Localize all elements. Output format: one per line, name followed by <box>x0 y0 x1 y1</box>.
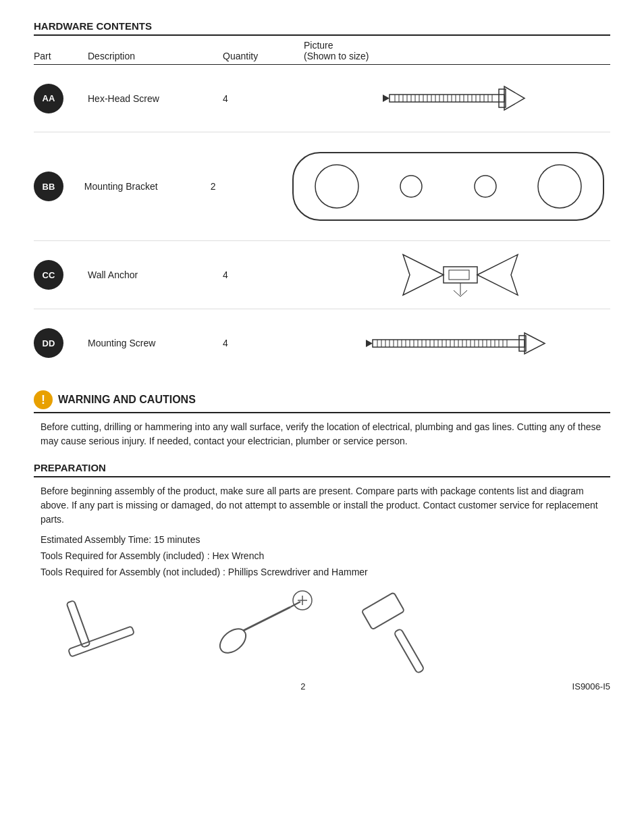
svg-rect-78 <box>66 600 90 648</box>
warning-icon: ! <box>34 390 53 409</box>
part-badge-dd: DD <box>34 328 63 358</box>
svg-point-31 <box>400 176 422 197</box>
hardware-contents-section: HARDWARE CONTENTS Part Description Quant… <box>34 20 610 377</box>
svg-rect-86 <box>394 629 424 674</box>
part-badge-aa: AA <box>34 84 63 113</box>
tools-line-1: Estimated Assembly Time: 15 minutes <box>41 532 603 548</box>
preparation-text: Before beginning assembly of the product… <box>34 484 610 527</box>
svg-rect-79 <box>68 627 134 657</box>
footer: 2 IS9006-I5 <box>34 681 610 692</box>
table-header: Part Description Quantity Picture(Shown … <box>34 36 610 65</box>
mounting-screw-svg <box>363 325 552 362</box>
svg-rect-36 <box>449 270 469 280</box>
svg-rect-87 <box>362 593 405 630</box>
svg-line-39 <box>454 290 460 296</box>
col-header-quantity: Quantity <box>223 51 304 61</box>
wall-anchor-svg <box>390 248 525 302</box>
description-aa: Hex-Head Screw <box>88 93 223 104</box>
svg-rect-42 <box>373 340 525 347</box>
description-bb: Mounting Bracket <box>84 181 211 192</box>
svg-marker-34 <box>403 255 444 295</box>
picture-cc <box>304 248 610 302</box>
page-number: 2 <box>300 681 305 692</box>
description-dd: Mounting Screw <box>88 338 223 348</box>
picture-bb <box>286 139 610 234</box>
quantity-dd: 4 <box>223 338 304 348</box>
quantity-cc: 4 <box>223 269 304 280</box>
svg-marker-37 <box>477 255 518 295</box>
tools-illustrations <box>34 580 610 675</box>
quantity-aa: 4 <box>223 93 304 104</box>
svg-point-30 <box>315 165 358 208</box>
preparation-section: PREPARATION Before beginning assembly of… <box>34 462 610 675</box>
tools-line-2: Tools Required for Assembly (included) :… <box>41 548 603 565</box>
table-row: CC Wall Anchor 4 <box>34 241 610 309</box>
quantity-bb: 2 <box>211 181 286 192</box>
picture-dd <box>304 325 610 362</box>
preparation-title: PREPARATION <box>34 462 610 477</box>
part-cell-dd: DD <box>34 328 88 358</box>
svg-marker-76 <box>525 333 545 354</box>
tools-line-3: Tools Required for Assembly (not include… <box>41 565 603 581</box>
svg-marker-26 <box>504 86 525 110</box>
warning-title-text: WARNING AND CAUTIONS <box>58 394 196 406</box>
svg-line-40 <box>460 290 467 296</box>
screwdriver-svg <box>203 594 311 668</box>
description-cc: Wall Anchor <box>88 269 223 280</box>
svg-line-81 <box>243 607 290 631</box>
part-cell-bb: BB <box>34 172 84 201</box>
col-header-picture: Picture(Shown to size) <box>304 40 610 61</box>
svg-point-33 <box>538 165 581 208</box>
table-row: DD Mounting Screw 4 <box>34 309 610 377</box>
part-badge-bb: BB <box>34 172 63 201</box>
col-header-part: Part <box>34 51 88 61</box>
table-row: BB Mounting Bracket 2 <box>34 132 610 241</box>
warning-text: Before cutting, drilling or hammering in… <box>34 420 610 448</box>
hex-wrench-svg <box>54 594 162 668</box>
mounting-bracket-svg <box>286 139 610 234</box>
hex-screw-svg <box>383 80 531 117</box>
hammer-svg <box>351 594 459 668</box>
part-cell-aa: AA <box>34 84 88 113</box>
svg-marker-28 <box>383 95 390 102</box>
part-badge-cc: CC <box>34 260 63 290</box>
svg-rect-29 <box>293 153 603 220</box>
picture-aa <box>304 80 610 117</box>
svg-marker-41 <box>366 340 373 347</box>
hardware-contents-title: HARDWARE CONTENTS <box>34 20 610 36</box>
col-header-description: Description <box>88 51 223 61</box>
warning-section: ! WARNING AND CAUTIONS Before cutting, d… <box>34 390 610 448</box>
preparation-tools: Estimated Assembly Time: 15 minutes Tool… <box>34 527 610 580</box>
doc-id: IS9006-I5 <box>572 681 610 692</box>
table-row: AA Hex-Head Screw 4 <box>34 65 610 132</box>
warning-title: ! WARNING AND CAUTIONS <box>34 390 610 413</box>
part-cell-cc: CC <box>34 260 88 290</box>
svg-point-32 <box>475 176 496 197</box>
